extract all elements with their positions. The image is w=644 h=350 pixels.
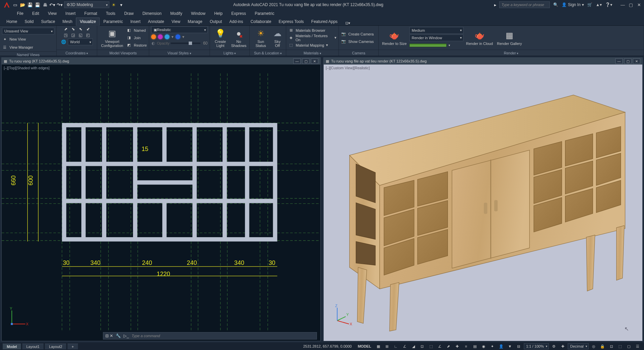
render-preset-select[interactable]: Medium <box>409 27 463 34</box>
sb-mode[interactable]: MODEL <box>356 344 373 348</box>
viewport-3d[interactable]: [–][Custom View][Realistic] <box>324 65 642 341</box>
ucs-icon-4[interactable]: ⬋ <box>85 26 91 32</box>
close-button[interactable]: ✕ <box>636 2 642 8</box>
search-trigger-icon[interactable]: ▸ <box>492 2 499 8</box>
sb-otrack-icon[interactable]: ∠ <box>436 343 444 349</box>
sb-tab-layout2[interactable]: Layout2 <box>45 344 66 349</box>
ucs-icon-2[interactable]: ⬊ <box>71 26 76 32</box>
qat-overflow-icon[interactable]: ▾ <box>118 2 124 8</box>
ucs-world-icon[interactable]: 🌐 <box>61 39 66 45</box>
tab-featured-apps[interactable]: Featured Apps <box>307 18 341 26</box>
materials-browser-button[interactable]: ⊞Materials Browser <box>288 27 337 34</box>
visual-style-select[interactable]: ▣ Realistic <box>151 26 208 33</box>
qat-undo-icon[interactable]: ↶▾ <box>49 2 55 8</box>
sb-hw-icon[interactable]: ⊡ <box>608 343 615 349</box>
sb-iso-icon[interactable]: ◢ <box>410 343 417 349</box>
panel-title-render[interactable]: Render <box>379 50 644 56</box>
menu-format[interactable]: Format <box>80 10 101 17</box>
menu-edit[interactable]: Edit <box>28 10 43 17</box>
sb-grid-icon[interactable]: ▦ <box>375 343 382 349</box>
sb-tab-add[interactable]: + <box>68 344 78 349</box>
tab-surface[interactable]: Surface <box>37 18 59 26</box>
ucs-icon-5[interactable]: ◳ <box>63 32 69 38</box>
menu-parametric[interactable]: Parametric <box>251 10 278 17</box>
autodesk-app-icon[interactable]: ▲▾ <box>596 2 602 7</box>
cmd-wrench-icon[interactable]: 🔧 <box>116 333 121 338</box>
doc2-titlebar[interactable]: ▦ Tu ruou vang file ap vat lieu render (… <box>324 58 642 65</box>
sky-off-button[interactable]: ☁ Sky Off <box>271 27 284 48</box>
render-to-size-button[interactable]: 🫖 Render to Size <box>381 29 408 46</box>
render-target-select[interactable]: Render in Window <box>409 34 463 41</box>
menu-draw[interactable]: Draw <box>120 10 138 17</box>
viewport-config-button[interactable]: ▣ Viewport Configuration <box>99 27 125 48</box>
sb-dynucs-icon[interactable]: ⬈ <box>445 343 452 349</box>
tab-solid[interactable]: Solid <box>21 18 37 26</box>
sb-annmon-icon[interactable]: 👤 <box>498 343 505 349</box>
sb-custom-icon[interactable]: ☰ <box>634 343 641 349</box>
viewport-named-button[interactable]: ◧Named <box>126 27 147 34</box>
doc2-max-button[interactable]: ▢ <box>624 58 632 64</box>
sb-plus-icon[interactable]: ✚ <box>559 343 566 349</box>
tab-manage[interactable]: Manage <box>184 18 206 26</box>
sb-osnap-icon[interactable]: ⊡ <box>419 343 426 349</box>
qat-open-icon[interactable]: 📂 <box>20 2 26 8</box>
sb-units-select[interactable]: Decimal <box>568 343 589 349</box>
panel-title-materials[interactable]: Materials <box>286 50 339 56</box>
sb-clean-icon[interactable]: ▢ <box>625 343 633 349</box>
create-camera-button[interactable]: 📷Create Camera <box>341 31 374 38</box>
create-light-button[interactable]: 💡 Create Light <box>212 27 229 48</box>
doc1-close-button[interactable]: ✕ <box>311 58 318 64</box>
show-cameras-button[interactable]: 📷Show Cameras <box>341 38 374 45</box>
tab-view[interactable]: View <box>168 18 184 26</box>
doc1-titlebar[interactable]: ▦ Tu ruou vang (KT 122x66x35.5).dwg — ▢ … <box>2 58 320 65</box>
menu-insert[interactable]: Insert <box>61 10 80 17</box>
doc1-vp-label[interactable]: [–][Top][Shaded with edges] <box>4 66 50 70</box>
ucs-icon-6[interactable]: ◲ <box>71 32 76 38</box>
ucs-icon-1[interactable]: ⬈ <box>63 26 69 32</box>
menu-help[interactable]: Help <box>210 10 227 17</box>
sb-gizmo-icon[interactable]: ✦ <box>489 343 496 349</box>
sb-tpy-icon[interactable]: ▤ <box>471 343 479 349</box>
dot-orange-icon[interactable] <box>151 34 156 39</box>
sb-cycle-icon[interactable]: ◉ <box>480 343 487 349</box>
dot-blue-icon[interactable] <box>176 34 180 39</box>
qat-more-icon[interactable]: ☀ <box>111 2 117 8</box>
panel-title-visual-styles[interactable]: Visual Styles <box>149 50 210 56</box>
tab-addins[interactable]: Add-ins <box>226 18 247 26</box>
new-view-button[interactable]: ✦New View <box>2 36 54 43</box>
tab-output[interactable]: Output <box>206 18 225 26</box>
tab-visualize[interactable]: Visualize <box>76 18 100 26</box>
render-cloud-button[interactable]: 🫖 Render in Cloud <box>465 29 494 46</box>
no-shadows-button[interactable]: ●✖ No Shadows <box>230 27 247 48</box>
cmd-close-icon[interactable]: ⊟ ✕ <box>105 333 113 338</box>
ribbon-launcher-icon[interactable]: ⊡▾ <box>345 21 350 25</box>
doc1-min-button[interactable]: — <box>293 58 301 64</box>
restore-button[interactable]: ▢ <box>628 2 634 8</box>
dot-magenta-icon[interactable] <box>158 34 163 39</box>
sb-lock-icon[interactable]: 🔒 <box>599 343 606 349</box>
tab-insert[interactable]: Insert <box>127 18 144 26</box>
tab-annotate[interactable]: Annotate <box>144 18 168 26</box>
sb-gear-icon[interactable]: ⚙ <box>550 343 558 349</box>
viewport-restore-button[interactable]: ◩Restore <box>126 42 147 49</box>
tab-home[interactable]: Home <box>3 18 21 26</box>
ucs-icon-7[interactable]: ◱ <box>78 32 83 38</box>
ucs-icon-8[interactable]: ◰ <box>85 32 91 38</box>
panel-title-sun[interactable]: Sun & Location <box>250 50 286 56</box>
cart-icon[interactable]: 🛒 <box>587 2 592 7</box>
sb-iso2-icon[interactable]: ⬚ <box>616 343 624 349</box>
ucs-icon-3[interactable]: ⬉ <box>78 26 83 32</box>
doc2-min-button[interactable]: — <box>615 58 623 64</box>
menu-tools[interactable]: Tools <box>102 10 119 17</box>
qat-plot-icon[interactable]: 🖶 <box>42 2 48 8</box>
workspace-selector[interactable]: ⚙ 3D Modeling <box>64 1 109 8</box>
render-gallery-button[interactable]: ▦ Render Gallery <box>495 29 523 46</box>
tab-express-tools[interactable]: Express Tools <box>275 18 307 26</box>
doc2-close-button[interactable]: ✕ <box>633 58 640 64</box>
sb-3dosnap-icon[interactable]: ⬚ <box>427 343 435 349</box>
search-input[interactable]: Type a keyword or phrase <box>499 1 550 8</box>
sb-tab-model[interactable]: Model <box>3 344 21 349</box>
search-icon[interactable]: 🔍 <box>553 2 558 7</box>
app-logo[interactable] <box>2 0 11 9</box>
material-mapping-button[interactable]: ⬚Material Mapping ▾ <box>288 42 337 49</box>
